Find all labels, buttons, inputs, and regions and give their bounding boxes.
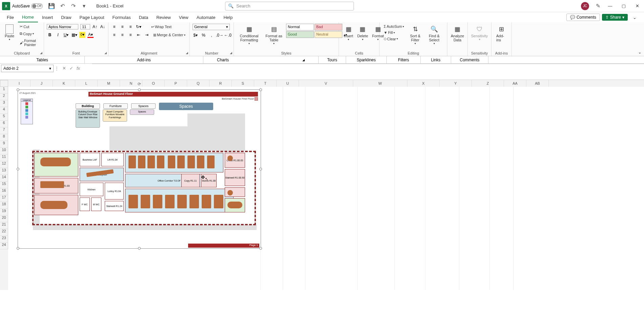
- card-building[interactable]: Building Envelope Column Door Rise Slab …: [76, 109, 100, 128]
- share-button[interactable]: ⇪Share▾: [602, 14, 628, 21]
- subcell-tours[interactable]: Tours: [319, 56, 346, 63]
- decrease-decimal-icon[interactable]: ←.0: [225, 32, 231, 38]
- col-header[interactable]: AA: [504, 80, 526, 87]
- conditional-formatting-button[interactable]: ▦Conditional Formatting▾: [237, 24, 262, 46]
- pen-icon[interactable]: ✎: [595, 3, 601, 9]
- delete-cells-button[interactable]: ▦Delete▾: [355, 24, 370, 42]
- tab-furniture[interactable]: Furniture: [103, 103, 128, 109]
- col-header[interactable]: L: [75, 80, 98, 87]
- col-header[interactable]: I: [8, 80, 31, 87]
- card-spaces[interactable]: Spaces: [130, 109, 154, 115]
- ribbon-collapse-icon[interactable]: ⌄: [628, 13, 641, 22]
- tab-spaces[interactable]: Spaces: [131, 103, 156, 109]
- room-business[interactable]: Business LAF: [80, 153, 100, 166]
- tab-formulas[interactable]: Formulas: [108, 12, 135, 22]
- row-header[interactable]: 2: [0, 94, 8, 100]
- worksheet-area[interactable]: 123456789101112131415161718192021222324 …: [0, 87, 644, 290]
- tab-data[interactable]: Data: [135, 12, 152, 22]
- row-header[interactable]: 10: [0, 148, 8, 154]
- maximize-button[interactable]: ▢: [617, 1, 630, 11]
- col-header[interactable]: AB: [526, 80, 549, 87]
- row-header[interactable]: 7: [0, 127, 8, 134]
- tab-insert[interactable]: Insert: [38, 12, 57, 22]
- tab-automate[interactable]: Automate: [193, 12, 220, 22]
- chevron-down-icon[interactable]: ▾: [49, 66, 51, 71]
- plan-link[interactable]: BeSmart House First Floor: [222, 97, 258, 101]
- col-header[interactable]: K: [53, 80, 75, 87]
- tab-help[interactable]: Help: [219, 12, 237, 22]
- comments-button[interactable]: 💬Comments: [566, 14, 600, 21]
- name-box[interactable]: Add-in 2▾: [1, 65, 54, 72]
- copy-button[interactable]: ⧉Copy▾: [18, 31, 41, 37]
- dialog-launcher-icon[interactable]: ◢: [104, 51, 107, 55]
- merge-center-button[interactable]: ⊞Merge & Center▾: [152, 32, 187, 38]
- row-header[interactable]: 21: [0, 222, 8, 229]
- ribbon-expand-icon[interactable]: ⌄: [638, 50, 641, 55]
- style-bad[interactable]: Bad: [315, 24, 342, 30]
- format-as-table-button[interactable]: ▤Format as Table▾: [263, 24, 285, 46]
- align-bottom-icon[interactable]: ≡: [127, 24, 134, 30]
- row-header[interactable]: 5: [0, 114, 8, 121]
- resize-handle[interactable]: [138, 247, 141, 250]
- col-header[interactable]: Y: [440, 80, 472, 87]
- col-header[interactable]: S: [232, 80, 254, 87]
- style-good[interactable]: Good: [286, 31, 314, 38]
- row-header[interactable]: 16: [0, 188, 8, 195]
- col-header[interactable]: W: [353, 80, 407, 87]
- col-header[interactable]: M: [98, 80, 120, 87]
- row-header[interactable]: 11: [0, 154, 8, 161]
- row-header[interactable]: 17: [0, 195, 8, 202]
- row-header[interactable]: 12: [0, 161, 8, 168]
- row-header[interactable]: 9: [0, 141, 8, 148]
- underline-button[interactable]: U▾: [63, 32, 69, 38]
- align-left-icon[interactable]: ≡: [111, 32, 117, 38]
- row-header[interactable]: 24: [0, 243, 8, 249]
- border-button[interactable]: ▦▾: [71, 32, 77, 38]
- row-header[interactable]: 6: [0, 121, 8, 127]
- save-icon[interactable]: 💾: [48, 3, 55, 9]
- rotate-handle-icon[interactable]: ⟳: [138, 82, 141, 86]
- resize-handle[interactable]: [259, 168, 262, 170]
- format-painter-button[interactable]: 🖌Format Painter: [18, 38, 41, 47]
- tab-file[interactable]: File: [3, 12, 18, 22]
- formula-input[interactable]: [92, 64, 644, 80]
- increase-indent-icon[interactable]: ⇥: [144, 32, 150, 38]
- col-header[interactable]: J: [31, 80, 53, 87]
- undo-icon[interactable]: ↶: [59, 3, 66, 9]
- row-header[interactable]: 14: [0, 175, 8, 182]
- user-avatar[interactable]: JC: [581, 2, 589, 10]
- insert-cells-button[interactable]: ▦Insert▾: [342, 24, 355, 42]
- style-normal[interactable]: Normal: [286, 24, 314, 30]
- row-header[interactable]: 4: [0, 107, 8, 114]
- tab-draw[interactable]: Draw: [57, 12, 75, 22]
- subcell-addins[interactable]: Add-ins: [85, 56, 203, 63]
- decrease-indent-icon[interactable]: ⇤: [136, 32, 142, 38]
- dialog-launcher-icon[interactable]: ◢: [230, 51, 232, 55]
- qat-customize-icon[interactable]: ▾: [81, 3, 87, 9]
- resize-handle[interactable]: [17, 247, 19, 250]
- select-all-cell[interactable]: [0, 80, 8, 87]
- row-header[interactable]: 13: [0, 168, 8, 175]
- col-header[interactable]: U: [277, 80, 299, 87]
- addins-button[interactable]: ⊞Add-ins: [494, 24, 509, 43]
- col-header[interactable]: T: [254, 80, 277, 87]
- font-name-select[interactable]: Aptos Narrow: [47, 24, 78, 29]
- autosum-button[interactable]: ΣAutoSum▾: [382, 24, 405, 29]
- italic-button[interactable]: I: [55, 32, 61, 38]
- row-header[interactable]: 1: [0, 87, 8, 94]
- redo-icon[interactable]: ↷: [70, 3, 77, 9]
- room-stairwell2[interactable]: Stairwell R1.00.50: [225, 169, 245, 186]
- subcell-links[interactable]: Links: [421, 56, 451, 63]
- row-header[interactable]: 20: [0, 215, 8, 222]
- row-header[interactable]: 23: [0, 236, 8, 243]
- room-kitchen[interactable]: Kitchen: [80, 183, 103, 196]
- col-header[interactable]: O: [142, 80, 165, 87]
- align-right-icon[interactable]: ≡: [127, 32, 134, 38]
- autosave-toggle[interactable]: Off: [31, 3, 43, 9]
- fx-icon[interactable]: fx: [77, 66, 80, 71]
- col-header[interactable]: R: [209, 80, 232, 87]
- fill-color-button[interactable]: ◊▾: [79, 32, 85, 38]
- find-select-button[interactable]: 🔍Find & Select▾: [425, 24, 443, 46]
- orientation-icon[interactable]: ↻▾: [136, 24, 142, 30]
- analyze-data-button[interactable]: ▦Analyze Data: [450, 24, 465, 43]
